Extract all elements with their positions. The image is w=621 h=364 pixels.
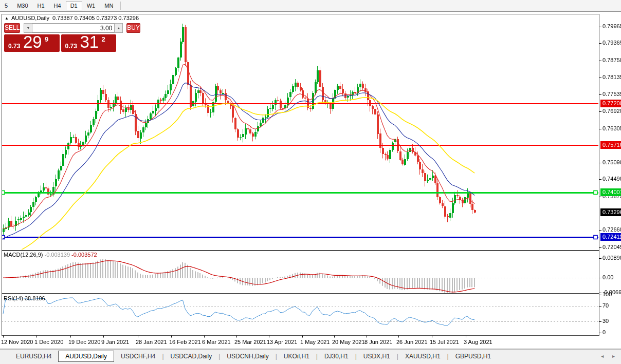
tab-dj30-h1[interactable]: DJ30,H1 xyxy=(318,351,355,362)
rsi-tick: 30 xyxy=(602,318,609,324)
price-tick: 0.74490 xyxy=(602,176,621,182)
price-tick: 0.72660 xyxy=(602,226,621,233)
toolbar-separator xyxy=(120,2,121,10)
timeframe-button-W1[interactable]: W1 xyxy=(82,1,100,10)
volume-increase-icon[interactable]: ▲ xyxy=(114,23,123,33)
macd-name: MACD(12,26,9) xyxy=(4,252,43,258)
tab-gbpusd-h1[interactable]: GBPUSD,H1 xyxy=(449,351,498,362)
macd-tick: 0.008903 xyxy=(602,255,621,261)
collapse-triangle-icon[interactable]: ▲ xyxy=(5,16,9,21)
timeframe-button-D1[interactable]: D1 xyxy=(66,1,82,10)
date-tick-label: 6 Mar 2021 xyxy=(202,339,231,345)
volume-stepper: ▼ ▲ xyxy=(24,23,123,33)
symbol-title: AUDUSD,Daily xyxy=(11,15,49,21)
date-tick-label: 13 Apr 2021 xyxy=(267,339,297,345)
timeframe-button-MN[interactable]: MN xyxy=(100,1,118,10)
sell-price-box[interactable]: 0.73 29 9 xyxy=(4,34,60,52)
tab-audusd-daily[interactable]: AUDUSD,Daily xyxy=(58,351,114,362)
rsi-indicator-label: RSI(14) 38.8106 xyxy=(4,295,45,301)
volume-input[interactable] xyxy=(32,23,114,33)
price-level-label: 0.75716 xyxy=(600,141,621,149)
buy-button[interactable]: BUY xyxy=(126,23,140,33)
rsi-tick: 100 xyxy=(602,291,612,297)
price-tick: 0.75090 xyxy=(602,159,621,165)
date-tick-label: 19 Dec 2020 xyxy=(68,339,100,345)
price-level-label: 0.77200 xyxy=(600,100,621,107)
macd-signal-value: -0.003572 xyxy=(71,252,97,258)
macd-main-value: -0.003139 xyxy=(44,252,70,258)
tab-scroll-right-icon[interactable]: ▸ xyxy=(612,353,615,359)
tab-scroll-arrows: ◂ ▸ xyxy=(594,351,615,359)
volume-decrease-icon[interactable]: ▼ xyxy=(24,23,32,33)
tab-usdcnh-daily[interactable]: USDCNH,Daily xyxy=(220,351,275,362)
date-tick-label: 26 Jun 2021 xyxy=(396,339,428,345)
price-tick: 0.78750 xyxy=(602,57,621,63)
tab-eurusd-h4[interactable]: EURUSD,H4 xyxy=(9,351,58,362)
price-level-label: 0.73296 xyxy=(600,208,621,216)
date-tick-label: 16 Feb 2021 xyxy=(169,339,201,345)
buy-price-box[interactable]: 0.73 31 2 xyxy=(61,34,117,52)
tab-usdcad-daily[interactable]: USDCAD,Daily xyxy=(164,351,219,362)
price-tick: 0.77535 xyxy=(602,91,621,97)
price-tick: 0.79965 xyxy=(602,23,621,29)
timeframe-button-H4[interactable]: H4 xyxy=(49,1,66,10)
one-click-trade-panel: SELL ▼ ▲ BUY 0.73 29 9 0.73 31 2 xyxy=(4,23,116,52)
sell-price-big: 29 xyxy=(23,32,42,52)
ohlc-values: 0.73387 0.73405 0.73273 0.73296 xyxy=(52,15,139,21)
date-tick-label: 12 Nov 2020 xyxy=(1,339,33,345)
price-tick: 0.76305 xyxy=(602,125,621,131)
date-tick-label: 3 Aug 2021 xyxy=(464,339,492,345)
date-tick-label: 15 Jul 2021 xyxy=(430,339,459,345)
sell-button[interactable]: SELL xyxy=(4,23,20,33)
timeframe-button-5[interactable]: 5 xyxy=(0,1,12,10)
sell-price-prefix: 0.73 xyxy=(8,43,20,50)
date-tick-label: 28 Jan 2021 xyxy=(136,339,167,345)
rsi-tick: 70 xyxy=(602,302,609,309)
tab-usdchf-h4[interactable]: USDCHF,H4 xyxy=(114,351,162,362)
timeframe-button-M30[interactable]: M30 xyxy=(12,1,32,10)
rsi-value: 38.8106 xyxy=(25,295,45,301)
date-tick-label: 1 May 2021 xyxy=(300,339,330,345)
tab-ukoil-h1[interactable]: UKOil,H1 xyxy=(277,351,316,362)
date-tick-label: 8 Jun 2021 xyxy=(364,339,392,345)
date-tick-label: 25 Mar 2021 xyxy=(234,339,266,345)
buy-price-pip: 2 xyxy=(102,35,105,43)
date-tick-label: 1 Dec 2020 xyxy=(34,339,63,345)
chart-tab-bar: EURUSD,H4AUDUSD,DailyUSDCHF,H4|USDCAD,Da… xyxy=(0,349,621,364)
tab-usdx-h1[interactable]: USDX,H1 xyxy=(357,351,397,362)
tab-xauusd-h1[interactable]: XAUUSD,H1 xyxy=(398,351,447,362)
price-tick: 0.78135 xyxy=(602,74,621,80)
trading-terminal-window: 5M30H1H4D1W1MN ▲AUDUSD,Daily0.73387 0.73… xyxy=(0,0,621,364)
tab-scroll-left-icon[interactable]: ◂ xyxy=(601,353,604,359)
price-tick: 0.76920 xyxy=(602,108,621,114)
timeframe-button-H1[interactable]: H1 xyxy=(33,1,49,10)
timeframe-toolbar: 5M30H1H4D1W1MN xyxy=(0,0,621,12)
sell-price-pip: 9 xyxy=(45,35,48,43)
buy-price-prefix: 0.73 xyxy=(65,43,77,50)
price-level-label: 0.72411 xyxy=(600,233,621,241)
chart-header: ▲AUDUSD,Daily0.73387 0.73405 0.73273 0.7… xyxy=(5,15,139,21)
date-tick-label: 20 May 2021 xyxy=(332,339,365,345)
price-level-label: 0.74007 xyxy=(600,188,621,196)
buy-price-big: 31 xyxy=(80,32,99,52)
tabs-holder: EURUSD,H4AUDUSD,DailyUSDCHF,H4|USDCAD,Da… xyxy=(9,351,498,362)
macd-indicator-label: MACD(12,26,9) -0.003139 -0.003572 xyxy=(4,252,97,258)
price-tick: 0.79365 xyxy=(602,40,621,46)
price-chart-canvas[interactable] xyxy=(0,0,621,364)
price-tick: 0.72045 xyxy=(602,244,621,250)
rsi-name: RSI(14) xyxy=(4,295,23,301)
macd-tick: 0.00 xyxy=(602,274,613,280)
date-tick-label: 9 Jan 2021 xyxy=(101,339,129,345)
rsi-tick: 0 xyxy=(602,329,606,335)
